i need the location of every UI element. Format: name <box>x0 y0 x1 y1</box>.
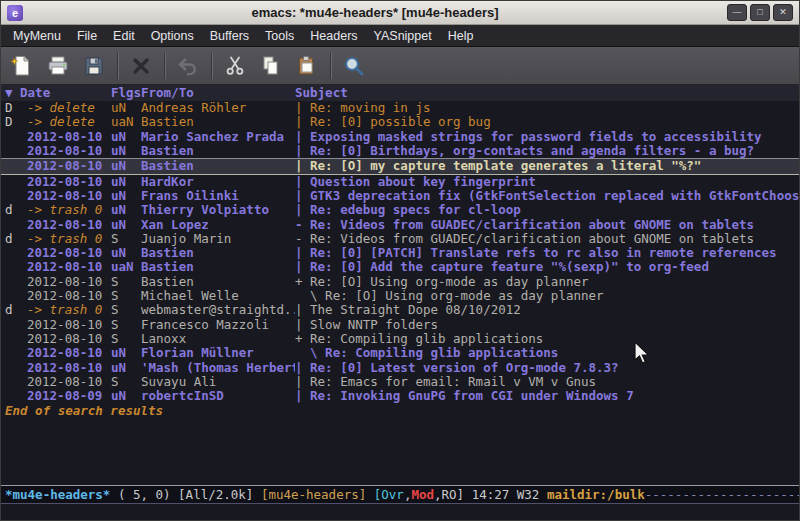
message-from: Bastien <box>141 159 295 174</box>
search-icon[interactable] <box>339 51 369 81</box>
message-mark <box>5 175 27 189</box>
window-title: emacs: *mu4e-headers* [mu4e-headers] <box>23 5 727 20</box>
message-mark <box>5 289 27 303</box>
message-mark <box>5 332 27 346</box>
menu-bar: MyMenuFileEditOptionsBuffersToolsHeaders… <box>1 25 799 47</box>
message-subject: | Re: [O] my capture template generates … <box>295 159 799 174</box>
window-controls: —□✕ <box>727 4 793 21</box>
message-row[interactable]: 2012-08-10uNXan Lopez- Re: Videos from G… <box>1 218 799 232</box>
message-row[interactable]: 2012-08-10SSuvayu Ali| Re: Emacs for ema… <box>1 375 799 389</box>
message-row[interactable]: d-> trash 0SJuanjo Marin- Re: Videos fro… <box>1 232 799 246</box>
menu-item-file[interactable]: File <box>69 26 105 46</box>
toolbar-separator <box>330 53 331 79</box>
menu-item-help[interactable]: Help <box>440 26 482 46</box>
toolbar-group <box>339 51 369 81</box>
message-row[interactable]: 2012-08-10SBastien+ Re: [O] Using org-mo… <box>1 275 799 289</box>
message-subject: \ Re: [O] Using org-mode as day planner <box>295 289 799 303</box>
modeline-buffer-name: *mu4e-headers* <box>5 487 110 502</box>
modeline-overwrite-indicator: [Ovr <box>374 487 404 502</box>
message-date: 2012-08-10 <box>27 332 111 346</box>
menu-item-tools[interactable]: Tools <box>257 26 302 46</box>
message-date: 2012-08-10 <box>27 318 111 332</box>
menu-item-buffers[interactable]: Buffers <box>202 26 257 46</box>
message-row[interactable]: 2012-08-10uaNBastien| Re: [0] Add the ca… <box>1 260 799 274</box>
mu4e-headers-buffer[interactable]: ▼ Date Flgs From/To Subject D-> deleteuN… <box>1 85 799 485</box>
message-row[interactable]: 2012-08-09uNrobertcInSD| Re: Invoking Gn… <box>1 389 799 403</box>
message-flags: uN <box>111 218 141 232</box>
save-icon[interactable] <box>79 51 109 81</box>
message-row[interactable]: 2012-08-10uNBastien| Re: [0] Birthdays, … <box>1 144 799 158</box>
column-subject[interactable]: Subject <box>295 85 348 101</box>
message-flags: uN <box>111 203 141 217</box>
message-date: 2012-08-10 <box>27 218 111 232</box>
new-file-icon[interactable] <box>7 51 37 81</box>
toolbar-separator <box>117 53 118 79</box>
menu-item-options[interactable]: Options <box>143 26 202 46</box>
paste-icon[interactable] <box>292 51 322 81</box>
message-row[interactable]: 2012-08-10uNFlorian Müllner \ Re: Compil… <box>1 346 799 360</box>
message-from: HardKor <box>141 175 295 189</box>
message-from: Bastien <box>141 144 295 158</box>
modeline-modified-indicator[interactable]: Mod <box>411 487 434 502</box>
message-subject: - Re: Videos from GUADEC/clarification a… <box>295 218 799 232</box>
echo-area[interactable] <box>1 504 799 520</box>
maximize-button[interactable]: □ <box>750 4 770 21</box>
sort-column-date[interactable]: ▼ Date <box>5 85 111 101</box>
minimize-button[interactable]: — <box>727 4 747 21</box>
message-row[interactable]: 2012-08-10SLanoxx+ Re: Compiling glib ap… <box>1 332 799 346</box>
message-row[interactable]: 2012-08-10uNHardKor| Question about key … <box>1 175 799 189</box>
copy-icon[interactable] <box>256 51 286 81</box>
message-mark <box>5 189 27 203</box>
toolbar-separator <box>211 53 212 79</box>
message-from: Thierry Volpiatto <box>141 203 295 217</box>
message-subject: | Re: [0] Latest version of Org-mode 7.8… <box>295 361 799 375</box>
message-mark <box>5 275 27 289</box>
message-date: -> trash 0 <box>27 303 111 317</box>
menu-item-yasnippet[interactable]: YASnippet <box>366 26 440 46</box>
message-flags: uN <box>111 361 141 375</box>
message-mark <box>5 260 27 274</box>
column-from[interactable]: From/To <box>141 85 295 101</box>
message-row-current[interactable]: 2012-08-10uNBastien| Re: [O] my capture … <box>1 158 799 175</box>
message-date: 2012-08-10 <box>27 346 111 360</box>
message-from: Bastien <box>141 275 295 289</box>
headers-header-line: ▼ Date Flgs From/To Subject <box>1 85 799 101</box>
message-subject: - Re: Videos from GUADEC/clarification a… <box>295 232 799 246</box>
titlebar[interactable]: e emacs: *mu4e-headers* [mu4e-headers] —… <box>1 1 799 25</box>
message-date: 2012-08-10 <box>27 375 111 389</box>
column-flags[interactable]: Flgs <box>111 85 141 101</box>
message-subject: | GTK3 deprecation fix (GtkFontSelection… <box>295 189 799 203</box>
message-from: Florian Müllner <box>141 346 295 360</box>
message-row[interactable]: d-> trash 0uNThierry Volpiatto| Re: edeb… <box>1 203 799 217</box>
message-subject: | Re: [0] Birthdays, org-contacts and ag… <box>295 144 799 158</box>
message-flags: S <box>111 232 141 246</box>
cut-icon[interactable] <box>220 51 250 81</box>
message-flags: uaN <box>111 115 141 129</box>
undo-icon <box>173 51 203 81</box>
mode-line[interactable]: *mu4e-headers* ( 5, 0) [All/2.0k] [mu4e-… <box>1 485 799 504</box>
buffer-empty-space[interactable] <box>1 418 799 485</box>
message-row[interactable]: 2012-08-10SFrancesco Mazzoli| Slow NNTP … <box>1 318 799 332</box>
message-date: 2012-08-10 <box>27 260 111 274</box>
message-row[interactable]: D-> deleteuaNBastien| Re: [0] possible o… <box>1 115 799 129</box>
print-icon[interactable] <box>43 51 73 81</box>
menu-item-edit[interactable]: Edit <box>105 26 143 46</box>
modeline-time: 14:27 W32 <box>464 487 547 502</box>
message-from: Juanjo Marin <box>141 232 295 246</box>
message-date: -> delete <box>27 115 111 129</box>
message-row[interactable]: 2012-08-10uNMario Sanchez Prada| Exposin… <box>1 130 799 144</box>
message-date: 2012-08-10 <box>27 275 111 289</box>
modeline-major-mode[interactable]: [mu4e-headers] <box>261 487 374 502</box>
message-row[interactable]: d-> trash 0Swebmaster@straightd...| The … <box>1 303 799 317</box>
menu-item-headers[interactable]: Headers <box>302 26 365 46</box>
message-row[interactable]: 2012-08-10uNBastien| Re: [0] [PATCH] Tra… <box>1 246 799 260</box>
message-row[interactable]: 2012-08-10SMichael Welle \ Re: [O] Using… <box>1 289 799 303</box>
menu-item-mymenu[interactable]: MyMenu <box>5 26 69 46</box>
message-flags: S <box>111 318 141 332</box>
close-buffer-icon[interactable] <box>126 51 156 81</box>
close-button[interactable]: ✕ <box>773 4 793 21</box>
message-from: webmaster@straightd... <box>141 303 295 317</box>
message-row[interactable]: 2012-08-10uNFrans Oilinki| GTK3 deprecat… <box>1 189 799 203</box>
message-row[interactable]: 2012-08-10uN'Mash (Thomas Herbert)| Re: … <box>1 361 799 375</box>
message-row[interactable]: D-> deleteuNAndreas Röhler| Re: moving i… <box>1 101 799 115</box>
